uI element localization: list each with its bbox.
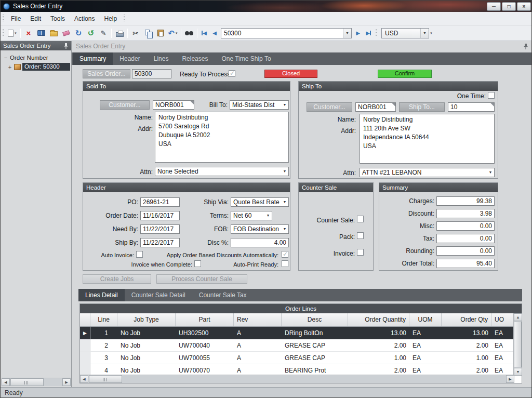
next-record-button[interactable]: ▶	[353, 28, 363, 38]
tab-summary[interactable]: Summary	[73, 52, 113, 65]
grid-row[interactable]: 4No JobUW700070ABEARING Prot2.00EA2.00EA	[80, 364, 514, 376]
grid-cell[interactable]: EA	[491, 352, 514, 364]
grid-cell[interactable]: 4	[90, 364, 117, 376]
folder-button[interactable]	[48, 28, 59, 39]
pack-checkbox[interactable]	[357, 232, 364, 239]
grid-cell[interactable]: EA	[409, 339, 442, 351]
cut-button[interactable]: ✂	[130, 28, 141, 39]
grid-row[interactable]: ▶1No JobUH302500ADRing BoltOn13.00EA13.0…	[80, 327, 514, 339]
eraser-button[interactable]	[60, 28, 72, 39]
edit-button[interactable]: ✎	[98, 28, 109, 39]
row-selector-cell[interactable]: ▶	[80, 327, 90, 339]
grid-cell[interactable]: UW700055	[176, 352, 234, 364]
grid-cell[interactable]: 2.00	[348, 364, 409, 376]
po-field[interactable]: 26961-21	[140, 197, 180, 207]
grid-cell[interactable]: A	[234, 364, 282, 376]
grid-cell[interactable]: No Job	[117, 364, 176, 376]
toolbar-overflow-icon[interactable]: ▼	[430, 32, 433, 35]
refresh-button[interactable]: ↻	[73, 28, 84, 39]
tab-lines[interactable]: Lines	[147, 52, 176, 65]
grid-cell[interactable]: A	[234, 327, 282, 339]
auto-invoice-checkbox[interactable]	[136, 251, 143, 258]
grid-cell[interactable]: DRing BoltOn	[282, 327, 348, 339]
ship-to-customer-button[interactable]: Customer...	[307, 102, 352, 112]
grid-cell[interactable]: UW700040	[176, 339, 234, 351]
menu-help[interactable]: Help	[99, 14, 122, 24]
grid-cell[interactable]: 3	[90, 352, 117, 364]
grid-cell[interactable]: 2.00	[348, 339, 409, 351]
record-search-value[interactable]: 50300	[221, 29, 343, 38]
new-dropdown-icon[interactable]: ▼	[14, 32, 17, 35]
tab-one-time-ship-to[interactable]: One Time Ship To	[215, 52, 277, 65]
grid-cell[interactable]: 2.00	[442, 339, 491, 351]
terms-dropdown-icon[interactable]: ▼	[264, 211, 272, 220]
grid-cell[interactable]: No Job	[117, 339, 176, 351]
scrollbar-track[interactable]	[44, 378, 62, 386]
grid-column-header[interactable]: Rev	[234, 313, 282, 326]
grid-column-header[interactable]: Part	[176, 313, 234, 326]
create-jobs-button[interactable]: Create Jobs	[83, 274, 151, 284]
grid-cell[interactable]: 1.00	[442, 352, 491, 364]
grid-cell[interactable]: UW700070	[176, 364, 234, 376]
scrollbar-track[interactable]	[122, 375, 506, 383]
grid-cell[interactable]: A	[234, 352, 282, 364]
order-number-field[interactable]: 50300	[132, 69, 171, 78]
sold-to-customer-button[interactable]: Customer...	[100, 100, 150, 110]
order-date-field[interactable]: 11/16/2017	[140, 211, 180, 220]
grid-cell[interactable]: No Job	[117, 352, 176, 364]
tab-counter-sale-detail[interactable]: Counter Sale Detail	[125, 289, 192, 301]
row-selector-cell[interactable]	[80, 364, 90, 376]
currency-dropdown-icon[interactable]: ▼	[420, 29, 429, 38]
scroll-left-icon[interactable]: ◀	[80, 375, 88, 383]
grid-vertical-scrollbar[interactable]: ▲ ▼	[513, 313, 522, 376]
tab-header[interactable]: Header	[113, 52, 147, 65]
invoice-when-complete-checkbox[interactable]	[194, 260, 201, 267]
tab-counter-sale-tax[interactable]: Counter Sale Tax	[192, 289, 254, 301]
grid-column-header[interactable]: Job Type	[117, 313, 176, 326]
scroll-up-icon[interactable]: ▲	[514, 313, 522, 321]
ship-to-attn-combo[interactable]: ATTN #21 LEBANON ▼	[360, 168, 495, 177]
copy-button[interactable]	[142, 28, 154, 39]
sold-to-attn-dropdown-icon[interactable]: ▼	[281, 167, 288, 176]
ship-to-id-field[interactable]: 10	[448, 102, 495, 112]
tree-item-order-number[interactable]: − Order Number	[1, 54, 71, 62]
grid-column-header[interactable]: Desc	[282, 313, 348, 326]
tree-collapse-icon[interactable]: −	[3, 55, 8, 60]
tab-releases[interactable]: Releases	[175, 52, 215, 65]
grid-column-header[interactable]: Order Qty	[442, 313, 491, 326]
grid-cell[interactable]: A	[234, 339, 282, 351]
record-dropdown-icon[interactable]: ▼	[343, 29, 351, 38]
refresh-all-button[interactable]: ↺	[85, 28, 97, 39]
sales-order-button[interactable]: Sales Order...	[83, 69, 130, 78]
grid-row[interactable]: 3No JobUW700055AGREASE CAP1.00EA1.00EA	[80, 352, 514, 364]
grid-selector-header[interactable]	[80, 313, 90, 326]
currency-select[interactable]: USD ▼	[381, 28, 429, 38]
last-record-button[interactable]: ▶	[363, 28, 374, 38]
grid-cell[interactable]: EA	[491, 339, 514, 351]
grid-cell[interactable]: No Job	[117, 327, 176, 339]
invoice-checkbox[interactable]	[357, 249, 364, 256]
maximize-button[interactable]: □	[502, 2, 516, 11]
process-counter-sale-button[interactable]: Process Counter Sale	[156, 274, 247, 284]
sidebar-pin-icon[interactable]	[63, 43, 69, 49]
grid-cell[interactable]: EA	[409, 364, 442, 376]
minimize-button[interactable]: ─	[487, 2, 501, 11]
counter-sale-checkbox[interactable]	[357, 216, 364, 222]
close-button[interactable]: ×	[517, 2, 531, 11]
ready-to-process-checkbox[interactable]	[229, 70, 235, 77]
grid-cell[interactable]: BEARING Prot	[282, 364, 348, 376]
paste-button[interactable]	[155, 28, 166, 39]
grid-cell[interactable]: 2.00	[442, 364, 491, 376]
grid-cell[interactable]: EA	[409, 327, 442, 339]
bill-to-dropdown-icon[interactable]: ▼	[281, 101, 288, 109]
first-record-button[interactable]: ◀	[199, 28, 209, 38]
sidebar-horizontal-scrollbar[interactable]: ◀ ▶	[2, 378, 71, 386]
grid-cell[interactable]: 13.00	[442, 327, 491, 339]
fob-dropdown-icon[interactable]: ▼	[281, 225, 288, 233]
grid-cell[interactable]: UH302500	[176, 327, 234, 339]
row-selector-cell[interactable]	[80, 352, 90, 364]
grid-hscrollbar-thumb[interactable]	[89, 375, 122, 383]
grid-cell[interactable]: 1	[90, 327, 117, 339]
ship-to-customer-id-field[interactable]: NORB001	[355, 102, 396, 112]
grid-column-header[interactable]: Line	[90, 313, 117, 326]
